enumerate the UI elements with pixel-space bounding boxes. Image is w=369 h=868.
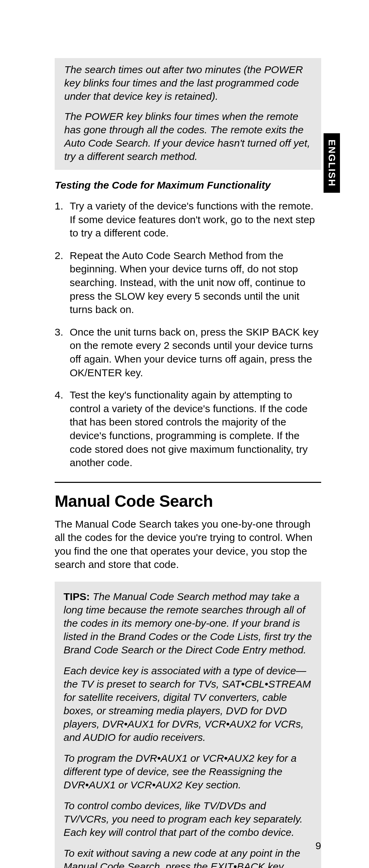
section-intro: The Manual Code Search takes you one-by-… xyxy=(55,517,321,571)
section-divider xyxy=(55,482,321,483)
tips-paragraph: TIPS: The Manual Code Search method may … xyxy=(64,590,312,656)
tips-paragraph: To program the DVR•AUX1 or VCR•AUX2 key … xyxy=(64,751,312,791)
tips-paragraph: To control combo devices, like TV/DVDs a… xyxy=(64,799,312,839)
testing-subheading: Testing the Code for Maximum Functionali… xyxy=(55,179,321,191)
tips-text: The Manual Code Search method may take a… xyxy=(64,591,312,655)
tips-paragraph: To exit without saving a new code at any… xyxy=(64,846,312,868)
tips-paragraph: Each device key is associated with a typ… xyxy=(64,664,312,744)
list-item: Repeat the Auto Code Search Method from … xyxy=(55,249,321,316)
note-paragraph: The search times out after two minutes (… xyxy=(64,63,312,103)
tips-label: TIPS: xyxy=(64,591,90,602)
testing-steps-list: Try a variety of the device's functions … xyxy=(55,199,321,470)
list-item: Once the unit turns back on, press the S… xyxy=(55,325,321,379)
list-item: Test the key's functionality again by at… xyxy=(55,388,321,470)
tips-box: TIPS: The Manual Code Search method may … xyxy=(55,582,321,868)
page-number: 9 xyxy=(315,840,321,852)
top-note-box: The search times out after two minutes (… xyxy=(55,58,321,170)
section-heading: Manual Code Search xyxy=(55,492,321,511)
language-tab: ENGLISH xyxy=(324,133,340,193)
list-item: Try a variety of the device's functions … xyxy=(55,199,321,240)
note-paragraph: The POWER key blinks four times when the… xyxy=(64,110,312,163)
